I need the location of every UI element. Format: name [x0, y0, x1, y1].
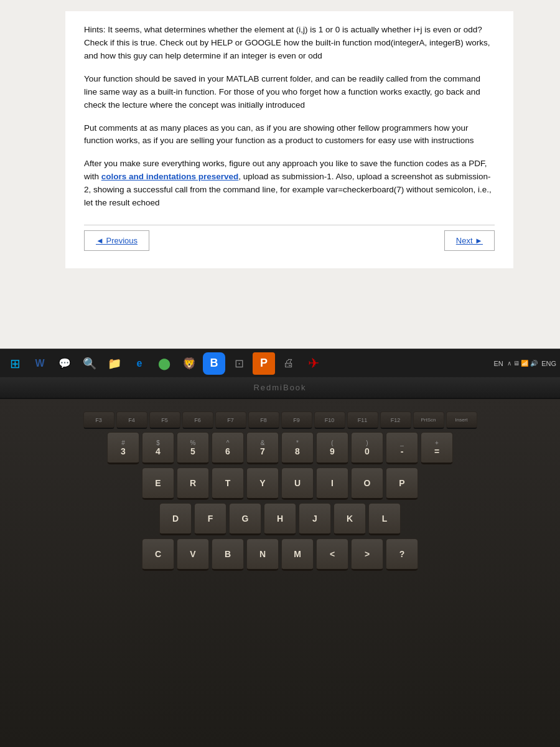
key-k[interactable]: K	[334, 503, 366, 535]
key-comma[interactable]: <	[316, 538, 348, 571]
key-t[interactable]: T	[212, 467, 244, 500]
key-minus[interactable]: _ -	[386, 432, 418, 464]
comments-text: Put comments at as many places as you ca…	[84, 122, 495, 148]
f11-key[interactable]: F11	[347, 411, 378, 429]
print-taskbar-icon[interactable]: 🖨	[278, 352, 300, 375]
key-9[interactable]: ( 9	[316, 432, 348, 464]
key-v[interactable]: V	[177, 538, 209, 571]
key-b[interactable]: B	[212, 538, 244, 571]
key-m[interactable]: M	[281, 538, 314, 571]
qwerty-row: E R T Y U I O P	[6, 467, 554, 500]
key-3[interactable]: # 3	[107, 432, 139, 464]
document-area: Hints: It seems, what determines whether…	[0, 0, 560, 349]
key-y[interactable]: Y	[246, 467, 279, 500]
key-slash[interactable]: ?	[386, 538, 418, 571]
comments-paragraph: Put comments at as many places as you ca…	[84, 122, 495, 148]
key-l[interactable]: L	[368, 503, 401, 535]
save-paragraph: Your function should be saved in your MA…	[84, 73, 495, 112]
search-taskbar-icon[interactable]: 🔍	[78, 352, 101, 375]
monitor-taskbar-icon[interactable]: ⊡	[228, 352, 250, 375]
f6-key[interactable]: F6	[182, 411, 213, 429]
home-key-row: D F G H J K L	[6, 503, 554, 535]
hint-paragraph: Hints: It seems, what determines whether…	[84, 24, 495, 63]
windows-taskbar-icon[interactable]: ⊞	[4, 352, 26, 375]
key-g[interactable]: G	[229, 503, 261, 535]
f3-key[interactable]: F3	[83, 411, 114, 429]
f9-key[interactable]: F9	[281, 411, 312, 429]
key-p[interactable]: P	[386, 467, 418, 500]
arrow-taskbar-icon[interactable]: ✈	[302, 352, 325, 375]
f7-key[interactable]: F7	[215, 411, 246, 429]
eng-label: ENG	[541, 360, 556, 367]
key-e[interactable]: E	[142, 467, 174, 500]
submission-text: After you make sure everything works, fi…	[84, 157, 495, 210]
taskbar-right: EN ∧ 🖥 📶 🔊 ENG	[494, 360, 556, 367]
key-c[interactable]: C	[142, 538, 174, 571]
key-4[interactable]: $ 4	[142, 432, 174, 464]
key-i[interactable]: I	[316, 467, 348, 500]
chrome-taskbar-icon[interactable]: ⬤	[153, 352, 175, 375]
number-key-row: # 3 $ 4 % 5 ^ 6 & 7 * 8 ( 9 ) 0	[6, 432, 554, 464]
key-n[interactable]: N	[246, 538, 279, 571]
wechat-taskbar-icon[interactable]: 💬	[54, 352, 76, 375]
key-d[interactable]: D	[159, 503, 192, 535]
key-j[interactable]: J	[299, 503, 331, 535]
key-h[interactable]: H	[264, 503, 296, 535]
keyboard-area: F3 F4 F5 F6 F7 F8 F9 F10 F11 F12 PrtScn …	[0, 399, 560, 747]
bottom-key-row: C V B N M < > ?	[6, 538, 554, 571]
edge-taskbar-icon[interactable]: e	[128, 352, 151, 375]
hint-text: Hints: It seems, what determines whether…	[84, 24, 495, 63]
key-7[interactable]: & 7	[246, 432, 279, 464]
save-text: Your function should be saved in your MA…	[84, 73, 495, 112]
key-period[interactable]: >	[351, 538, 383, 571]
key-o[interactable]: O	[351, 467, 383, 500]
word-taskbar-icon[interactable]: W	[29, 352, 51, 375]
f10-key[interactable]: F10	[314, 411, 345, 429]
brave-taskbar-icon[interactable]: 🦁	[178, 352, 200, 375]
key-6[interactable]: ^ 6	[212, 432, 244, 464]
laptop-bezel: RedmiBook	[0, 377, 560, 399]
key-8[interactable]: * 8	[281, 432, 314, 464]
f8-key[interactable]: F8	[248, 411, 279, 429]
folder-taskbar-icon[interactable]: 📁	[103, 352, 126, 375]
taskbar: ⊞ W 💬 🔍 📁 e ⬤ 🦁 B ⊡ P 🖨 ✈ EN ∧ 🖥 📶 🔊 ENG	[0, 349, 560, 377]
key-equals[interactable]: + =	[421, 432, 453, 464]
previous-button[interactable]: ◄ Previous	[84, 230, 149, 251]
taskbar-sys-area: ∧ 🖥 📶 🔊	[507, 360, 538, 367]
navigation-buttons: ◄ Previous Next ►	[84, 225, 495, 256]
fn-key-row: F3 F4 F5 F6 F7 F8 F9 F10 F11 F12 PrtScn …	[6, 411, 554, 429]
f5-key[interactable]: F5	[149, 411, 180, 429]
insert-key[interactable]: Insert	[446, 411, 477, 429]
key-0[interactable]: ) 0	[351, 432, 383, 464]
browser-b-icon[interactable]: B	[203, 352, 225, 375]
submission-link[interactable]: colors and indentations preserved	[101, 172, 239, 181]
submission-paragraph: After you make sure everything works, fi…	[84, 157, 495, 210]
next-button[interactable]: Next ►	[444, 230, 495, 251]
brand-label: RedmiBook	[253, 383, 306, 392]
key-r[interactable]: R	[177, 467, 209, 500]
f4-key[interactable]: F4	[116, 411, 147, 429]
prtscn-key[interactable]: PrtScn	[413, 411, 444, 429]
p-taskbar-icon[interactable]: P	[253, 352, 275, 375]
language-badge: EN	[494, 360, 503, 367]
content-wrapper: Hints: It seems, what determines whether…	[65, 11, 513, 268]
f12-key[interactable]: F12	[380, 411, 411, 429]
key-5[interactable]: % 5	[177, 432, 209, 464]
key-f[interactable]: F	[194, 503, 226, 535]
key-u[interactable]: U	[281, 467, 314, 500]
